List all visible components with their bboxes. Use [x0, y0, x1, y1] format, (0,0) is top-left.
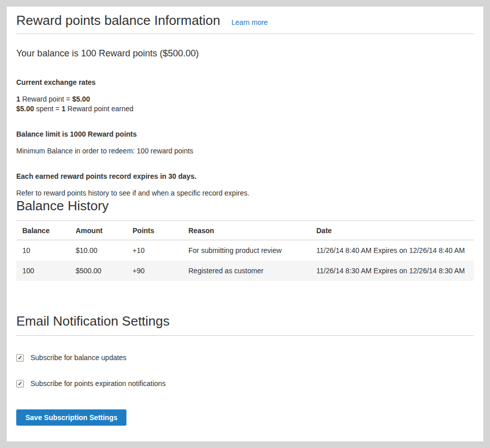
page-header: Reward points balance Information Learn …	[16, 13, 474, 34]
expiration-text: Each earned reward points record expires…	[16, 172, 474, 181]
email-settings-title: Email Notification Settings	[16, 313, 474, 329]
reward-points-panel: Reward points balance Information Learn …	[6, 6, 484, 442]
rate-text: Reward point =	[20, 95, 72, 103]
cell-amount: $500.00	[70, 261, 126, 281]
cell-amount: $10.00	[70, 240, 126, 261]
rate-value: 1	[16, 95, 20, 103]
cell-reason: For submitting product review	[182, 240, 310, 261]
rate-value: 1	[61, 105, 66, 113]
expiration-notifications-label[interactable]: Subscribe for points expiration notifica…	[30, 379, 166, 389]
balance-history-table: Balance Amount Points Reason Date 10 $10…	[16, 220, 474, 281]
rate-text: Reward point earned	[66, 105, 134, 113]
column-header-date: Date	[310, 221, 474, 240]
balance-summary: Your balance is 100 Reward points ($500.…	[16, 47, 474, 59]
expiration-note-text: Refer to reward points history to see if…	[16, 188, 474, 198]
table-header-row: Balance Amount Points Reason Date	[16, 221, 474, 240]
balance-updates-checkbox[interactable]: ✓	[16, 354, 24, 362]
expiration-notifications-checkbox[interactable]: ✓	[16, 380, 24, 388]
rate-text: spent =	[34, 105, 61, 113]
table-row: 10 $10.00 +10 For submitting product rev…	[16, 240, 474, 261]
column-header-balance: Balance	[16, 221, 70, 240]
learn-more-link[interactable]: Learn more	[232, 18, 268, 26]
rate-value: $5.00	[72, 95, 90, 103]
cell-balance: 10	[16, 240, 70, 261]
column-header-points: Points	[126, 221, 182, 240]
page-title: Reward points balance Information	[16, 13, 220, 27]
cell-date: 11/26/14 8:40 AM Expires on 12/26/14 8:4…	[310, 240, 474, 261]
balance-history-title: Balance History	[16, 198, 474, 213]
minimum-redeem-text: Minimum Balance in order to redeem: 100 …	[16, 146, 474, 156]
exchange-rate-line-2: $5.00 spent = 1 Reward point earned	[16, 104, 474, 114]
cell-reason: Registered as customer	[182, 261, 310, 281]
exchange-rate-line-1: 1 Reward point = $5.00	[16, 94, 474, 104]
check-icon: ✓	[18, 355, 22, 361]
save-subscription-settings-button[interactable]: Save Subscription Settings	[16, 409, 126, 426]
rate-value: $5.00	[16, 105, 34, 113]
cell-balance: 100	[16, 261, 70, 281]
cell-date: 11/26/14 8:30 AM Expires on 12/26/14 8:3…	[310, 261, 474, 281]
balance-limit-text: Balance limit is 1000 Reward points	[16, 130, 474, 139]
email-settings-header: Email Notification Settings	[16, 313, 474, 336]
cell-points: +10	[126, 240, 182, 261]
subscribe-expiration-notifications-field: ✓ Subscribe for points expiration notifi…	[16, 379, 474, 389]
check-icon: ✓	[18, 381, 22, 387]
table-row: 100 $500.00 +90 Registered as customer 1…	[16, 261, 474, 281]
column-header-amount: Amount	[70, 221, 126, 240]
subscribe-balance-updates-field: ✓ Subscribe for balance updates	[16, 353, 474, 363]
column-header-reason: Reason	[182, 221, 310, 240]
cell-points: +90	[126, 261, 182, 281]
balance-updates-label[interactable]: Subscribe for balance updates	[30, 353, 126, 363]
exchange-rates-heading: Current exchange rates	[16, 78, 474, 87]
